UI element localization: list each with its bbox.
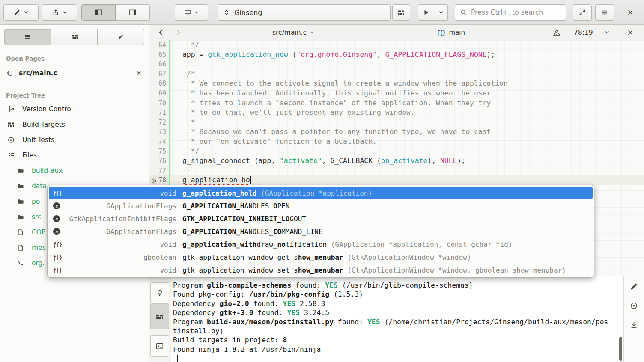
build-button[interactable] <box>392 4 410 21</box>
code-line-69[interactable]: 69 * has been lauched. Additionally, thi… <box>149 89 644 98</box>
line-number[interactable]: 70 <box>149 98 170 108</box>
document-title: src/main.c • <box>272 25 313 40</box>
tab-open-pages[interactable] <box>4 29 51 45</box>
code-line-65[interactable]: 65app = gtk_application_new ("org.gnome.… <box>149 50 644 60</box>
completion-item[interactable]: eGtkApplicationInhibitFlagsGTK_APPLICATI… <box>49 212 593 225</box>
output-line: Program build-aux/meson/postinstall.py f… <box>173 317 621 326</box>
symbol-selector[interactable]: ƒ{} main <box>437 25 465 40</box>
close-editor-button[interactable] <box>627 25 634 40</box>
close-icon <box>627 9 634 16</box>
folder-icon <box>17 198 24 205</box>
download-icon[interactable] <box>630 321 638 329</box>
line-number[interactable]: 77 <box>149 166 170 176</box>
line-number[interactable]: 64 <box>149 40 170 50</box>
device-selector-button[interactable] <box>175 4 208 21</box>
vcs-change-bar <box>169 40 170 186</box>
completion-item[interactable]: ƒ{}voidg_application_hold (GApplication … <box>49 187 593 199</box>
line-number[interactable]: 76 <box>149 156 170 166</box>
run-button[interactable] <box>418 4 434 21</box>
line-number[interactable]: 78 <box>149 175 170 185</box>
build-output-panel-button[interactable] <box>150 304 169 329</box>
toggle-left-panel-button[interactable] <box>81 4 116 21</box>
target-icon[interactable] <box>630 302 638 310</box>
code-line-67[interactable]: 67 /* <box>149 69 644 79</box>
output-line: Found ninja-1.8.2 at /usr/bin/ninja <box>173 345 621 354</box>
list-icon <box>8 152 15 159</box>
share-surface-button[interactable] <box>42 4 77 21</box>
tree-item-build-targets[interactable]: Build Targets <box>0 117 149 132</box>
tree-item-build-aux[interactable]: build-aux <box>0 163 149 178</box>
code-line-77[interactable]: 77·· <box>149 166 644 176</box>
output-line: Found pkg-config: /usr/bin/pkg-config (1… <box>173 290 621 299</box>
menu-button[interactable] <box>595 4 614 21</box>
nav-back-button[interactable] <box>158 25 164 40</box>
code-line-73[interactable]: 73 * Because we can't pass a pointer to … <box>149 127 644 137</box>
close-page-icon[interactable] <box>136 70 142 76</box>
build-output[interactable]: Program glib-compile-schemas found: YES … <box>171 276 623 362</box>
code-line-68[interactable]: 68 * We connect to the activate signal t… <box>149 79 644 89</box>
nav-forward-button[interactable] <box>175 25 182 40</box>
codepane[interactable]: 64 */65app = gtk_application_new ("org.g… <box>149 40 644 185</box>
completion-item[interactable]: ƒ{}gbooleangtk_application_window_get_sh… <box>49 251 593 264</box>
fullscreen-button[interactable] <box>573 4 592 21</box>
tab-todo[interactable]: ✔ <box>98 29 144 45</box>
code-line-75[interactable]: 75 */ <box>149 147 644 157</box>
folder-icon <box>17 214 24 220</box>
monitor-icon <box>184 9 191 16</box>
terminal-panel-button[interactable] <box>150 335 169 357</box>
diagnostics-button[interactable] <box>553 25 560 40</box>
builder-window: Ginseng Press Ctrl+. to search <box>0 0 644 362</box>
branch-icon <box>8 106 15 113</box>
line-number[interactable]: 71 <box>149 108 170 118</box>
line-number[interactable]: 74 <box>149 137 170 147</box>
line-number[interactable]: 75 <box>149 147 170 157</box>
window-close-button[interactable] <box>623 6 637 19</box>
code-line-64[interactable]: 64 */ <box>149 40 644 50</box>
edit-utility-icon[interactable] <box>630 282 638 291</box>
tab-project-tree[interactable] <box>51 29 98 45</box>
tree-item-unit-tests[interactable]: Unit Tests <box>0 132 149 148</box>
completion-item[interactable]: ƒ{}voidgtk_application_window_set_show_m… <box>49 264 593 276</box>
toggle-right-panel-button[interactable] <box>116 4 150 21</box>
completion-popup: ƒ{}voidg_application_hold (GApplication … <box>47 185 594 278</box>
scrollbar-thumb[interactable] <box>619 337 622 361</box>
code-line-78[interactable]: 78g_application_ho <box>149 175 644 185</box>
editor-options-button[interactable] <box>605 25 610 40</box>
line-number[interactable]: 66 <box>149 59 170 69</box>
code-line-76[interactable]: 76g_signal_connect (app, "activate", G_C… <box>149 156 644 166</box>
code-line-66[interactable]: 66 <box>149 59 644 69</box>
completion-item[interactable]: ƒ{}voidg_application_withdraw_notificati… <box>49 238 593 251</box>
completion-item[interactable]: eGApplicationFlagsG_APPLICATION_HANDLES_… <box>49 199 593 212</box>
function-icon: ƒ{} <box>53 190 64 196</box>
line-number[interactable]: 67 <box>149 69 170 79</box>
search-placeholder: Press Ctrl+. to search <box>471 9 543 16</box>
global-search-input[interactable]: Press Ctrl+. to search <box>455 4 566 21</box>
enum-icon: e <box>53 228 64 235</box>
code-line-71[interactable]: 71 * to do that, we'll just present any … <box>149 108 644 118</box>
completion-item[interactable]: eGApplicationFlagsG_APPLICATION_HANDLES_… <box>49 225 593 238</box>
line-number[interactable]: 69 <box>149 89 170 98</box>
code-line-72[interactable]: 72 * <box>149 118 644 128</box>
editor-top-bar: src/main.c • ƒ{} main 78:19 <box>149 25 644 40</box>
project-name: Ginseng <box>234 9 262 17</box>
build-bricks-icon <box>398 9 405 16</box>
line-number[interactable]: 65 <box>149 50 170 60</box>
edit-surface-button[interactable] <box>3 4 39 21</box>
open-page-item[interactable]: C src/main.c <box>0 65 149 82</box>
tree-item-files[interactable]: Files <box>0 148 149 163</box>
chevron-down-icon <box>438 10 444 15</box>
code-line-74[interactable]: 74 * our "on_activate" function to a GCa… <box>149 137 644 147</box>
line-number[interactable]: 73 <box>149 127 170 137</box>
code-line-70[interactable]: 70 * tries to launch a "second instance"… <box>149 98 644 108</box>
messages-panel-button[interactable] <box>150 282 169 304</box>
tree-item-version-control[interactable]: Version Control <box>0 101 149 117</box>
hamburger-menu-icon <box>601 9 608 16</box>
enum-icon: e <box>53 202 64 209</box>
line-number[interactable]: 68 <box>149 79 170 89</box>
omnibar-project-selector[interactable]: Ginseng <box>218 4 391 21</box>
search-icon <box>460 9 467 16</box>
line-number[interactable]: 72 <box>149 118 170 128</box>
file-icon <box>17 229 24 236</box>
run-options-button[interactable] <box>434 4 448 21</box>
tests-icon <box>8 136 15 143</box>
